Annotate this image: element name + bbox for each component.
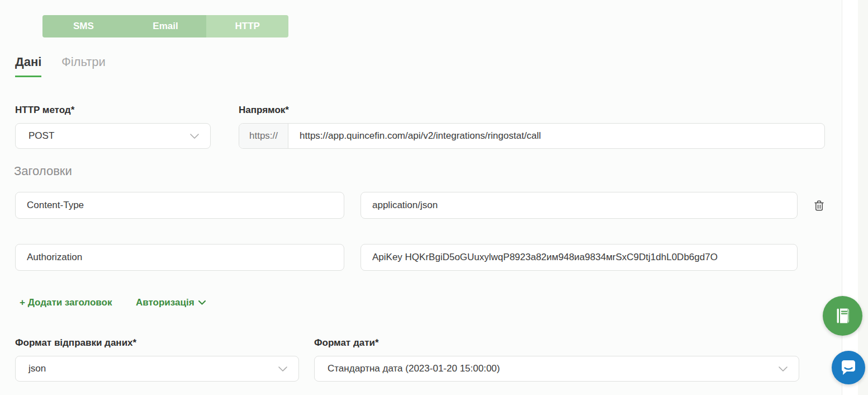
- authorization-toggle[interactable]: Авторизація: [136, 297, 206, 308]
- direction-field: https://: [239, 123, 825, 149]
- header-key-input[interactable]: [16, 244, 344, 270]
- header-value-field: [361, 192, 798, 219]
- url-scheme-prefix: https://: [239, 124, 288, 148]
- headers-section-title: Заголовки: [14, 164, 72, 178]
- http-method-select[interactable]: POST: [15, 123, 211, 149]
- chat-bubble-icon: [840, 359, 857, 377]
- send-format-select[interactable]: json: [15, 356, 299, 382]
- chevron-down-icon: [190, 134, 199, 139]
- channel-tabs: SMS Email HTTP: [42, 15, 288, 37]
- tab-filters[interactable]: Фільтри: [61, 55, 106, 76]
- delete-header-button[interactable]: [810, 196, 828, 214]
- book-icon: [832, 305, 853, 327]
- page-gutter: [858, 0, 868, 395]
- trash-icon: [814, 200, 824, 211]
- header-key-field: [15, 244, 344, 271]
- http-method-label: HTTP метод*: [15, 105, 74, 116]
- authorization-label: Авторизація: [136, 297, 195, 308]
- send-format-label: Формат відправки даних*: [15, 337, 136, 349]
- direction-label: Напрямок*: [239, 105, 289, 116]
- tab-data[interactable]: Дані: [15, 55, 41, 77]
- header-value-input[interactable]: [361, 192, 797, 218]
- date-format-label: Формат дати*: [314, 337, 379, 349]
- header-value-field: [361, 244, 798, 271]
- chat-launcher-button[interactable]: [832, 351, 865, 384]
- chevron-down-icon: [278, 366, 287, 372]
- chevron-down-icon: [198, 300, 206, 305]
- scrollbar-track: [842, 0, 858, 395]
- header-key-input[interactable]: [16, 192, 344, 218]
- knowledge-base-button[interactable]: [823, 296, 862, 336]
- add-header-button[interactable]: + Додати заголовок: [20, 297, 112, 308]
- channel-tab-http[interactable]: HTTP: [206, 15, 288, 37]
- http-integration-settings-page: SMS Email HTTP Дані Фільтри HTTP метод* …: [0, 0, 868, 395]
- chevron-down-icon: [779, 366, 788, 372]
- date-format-value: Стандартна дата (2023-01-20 15:00:00): [328, 363, 500, 374]
- header-value-input[interactable]: [361, 244, 797, 270]
- channel-tab-email[interactable]: Email: [125, 15, 207, 37]
- http-method-value: POST: [29, 130, 54, 142]
- url-input[interactable]: [288, 124, 824, 148]
- header-key-field: [15, 192, 344, 219]
- date-format-select[interactable]: Стандартна дата (2023-01-20 15:00:00): [314, 356, 799, 382]
- channel-tab-sms[interactable]: SMS: [42, 15, 125, 37]
- send-format-value: json: [29, 363, 46, 374]
